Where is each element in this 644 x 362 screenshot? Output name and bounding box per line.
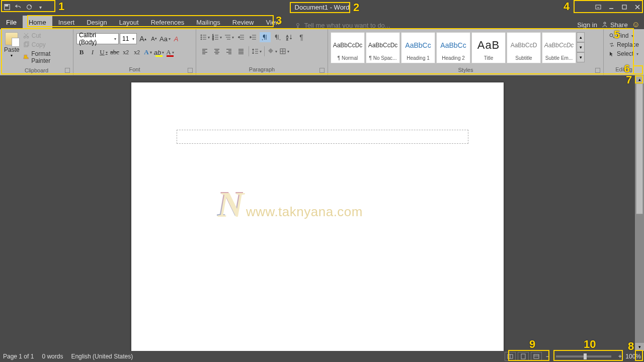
feedback-smile-icon[interactable]: ☺ xyxy=(632,20,640,29)
svg-rect-64 xyxy=(534,354,539,358)
grow-font-icon[interactable]: A▴ xyxy=(138,34,148,44)
style-item[interactable]: AaBbCcHeading 2 xyxy=(436,32,470,63)
paste-button[interactable]: Paste ▾ xyxy=(2,30,22,58)
tab-home[interactable]: Home xyxy=(23,16,52,29)
style-item[interactable]: AaBbCcDcSubtle Em... xyxy=(542,32,576,63)
status-language[interactable]: English (United States) xyxy=(71,353,133,360)
save-icon[interactable] xyxy=(2,2,12,12)
shading-icon[interactable]: ▾ xyxy=(267,46,278,56)
styles-launcher[interactable] xyxy=(595,68,600,73)
strike-button[interactable]: abc xyxy=(110,47,120,57)
clipboard-launcher[interactable] xyxy=(65,68,70,73)
zoom-out-button[interactable]: − xyxy=(544,353,551,360)
maximize-icon[interactable] xyxy=(618,2,631,13)
select-button[interactable]: Select▾ xyxy=(609,50,639,57)
svg-point-59 xyxy=(610,34,613,37)
align-left-icon[interactable] xyxy=(199,46,210,56)
font-size-combo[interactable]: 11▾ xyxy=(120,33,137,44)
tab-view[interactable]: View xyxy=(260,16,286,29)
web-layout-icon[interactable] xyxy=(531,352,542,361)
undo-icon[interactable] xyxy=(13,2,23,12)
styles-scroll: ▴ ▾ ▾ xyxy=(577,32,585,62)
underline-button[interactable]: U▾ xyxy=(99,47,109,57)
highlight-button[interactable]: ab▾ xyxy=(154,47,164,57)
ribbon-tabs: File Home Insert Design Layout Reference… xyxy=(0,14,644,29)
svg-line-60 xyxy=(613,37,614,38)
scroll-up-icon[interactable]: ▴ xyxy=(635,75,644,83)
increase-indent-icon[interactable] xyxy=(248,32,259,42)
scroll-down-icon[interactable]: ▾ xyxy=(635,343,644,351)
clear-format-icon[interactable]: A xyxy=(171,34,181,44)
align-center-icon[interactable] xyxy=(211,46,222,56)
signin-button[interactable]: Sign in xyxy=(577,21,597,29)
zoom-level[interactable]: 100% xyxy=(625,353,641,360)
svg-rect-12 xyxy=(24,43,28,47)
bullets-icon[interactable]: ▾ xyxy=(199,32,210,42)
line-spacing-icon[interactable]: ▾ xyxy=(251,46,262,56)
tab-file[interactable]: File xyxy=(0,16,23,29)
status-words[interactable]: 0 words xyxy=(42,353,63,360)
italic-button[interactable]: I xyxy=(88,47,98,57)
tab-insert[interactable]: Insert xyxy=(52,16,81,29)
subscript-button[interactable]: x2 xyxy=(121,47,131,57)
tell-me-search[interactable]: Tell me what you want to do... xyxy=(295,22,390,29)
borders-icon[interactable]: ▾ xyxy=(279,46,290,56)
copy-button[interactable]: Copy xyxy=(23,41,70,48)
change-case-icon[interactable]: Aa▾ xyxy=(160,34,170,44)
print-layout-icon[interactable] xyxy=(518,352,529,361)
share-button[interactable]: Share xyxy=(601,21,628,29)
tab-references[interactable]: References xyxy=(145,16,190,29)
styles-up-icon[interactable]: ▴ xyxy=(577,32,585,42)
tab-design[interactable]: Design xyxy=(80,16,113,29)
align-right-icon[interactable] xyxy=(223,46,234,56)
tab-mailings[interactable]: Mailings xyxy=(190,16,226,29)
vertical-scrollbar[interactable]: ▴ ▾ xyxy=(635,75,644,351)
show-marks-icon[interactable]: ¶ xyxy=(296,32,307,42)
style-item[interactable]: AaBbCcDc¶ Normal xyxy=(331,32,365,63)
styles-more-icon[interactable]: ▾ xyxy=(577,52,585,62)
text-frame[interactable] xyxy=(177,130,468,144)
page[interactable]: N www.taknyana.com xyxy=(131,82,504,351)
read-mode-icon[interactable] xyxy=(505,352,516,361)
sort-icon[interactable]: AZ xyxy=(284,32,295,42)
tab-layout[interactable]: Layout xyxy=(113,16,145,29)
decrease-indent-icon[interactable] xyxy=(235,32,247,42)
ribbon-display-icon[interactable] xyxy=(592,2,605,13)
redo-icon[interactable] xyxy=(24,2,34,12)
font-launcher[interactable] xyxy=(188,68,193,73)
document-area: N www.taknyana.com xyxy=(0,75,635,351)
close-icon[interactable] xyxy=(631,2,644,13)
rtl-icon[interactable] xyxy=(272,32,283,42)
style-item[interactable]: AaBbCcHeading 1 xyxy=(401,32,435,63)
svg-point-18 xyxy=(201,39,202,40)
shrink-font-icon[interactable]: A▾ xyxy=(149,34,159,44)
tab-review[interactable]: Review xyxy=(226,16,260,29)
zoom-slider[interactable] xyxy=(556,355,611,357)
bold-button[interactable]: B xyxy=(76,47,87,57)
superscript-button[interactable]: x2 xyxy=(132,47,142,57)
group-clipboard: Paste ▾ Cut Copy Format Painter Clipboar… xyxy=(0,29,73,75)
style-item[interactable]: AaBTitle xyxy=(471,32,506,63)
qat-more-icon[interactable]: ▾ xyxy=(35,2,45,12)
style-item[interactable]: AaBbCcDSubtitle xyxy=(507,32,541,63)
style-item[interactable]: AaBbCcDc¶ No Spac... xyxy=(366,32,400,63)
scroll-thumb[interactable] xyxy=(636,83,643,214)
minimize-icon[interactable] xyxy=(605,2,618,13)
styles-down-icon[interactable]: ▾ xyxy=(577,42,585,52)
svg-rect-3 xyxy=(596,5,601,9)
multilevel-icon[interactable]: ▾ xyxy=(223,32,234,42)
justify-icon[interactable] xyxy=(235,46,247,56)
replace-button[interactable]: Replace xyxy=(609,41,639,48)
font-name-combo[interactable]: Calibri (Body)▾ xyxy=(76,33,119,44)
find-button[interactable]: Find▾ xyxy=(609,32,639,39)
font-color-button[interactable]: A▾ xyxy=(165,47,175,57)
paragraph-launcher[interactable] xyxy=(319,68,325,73)
zoom-in-button[interactable]: + xyxy=(616,353,623,360)
text-effects-button[interactable]: A▾ xyxy=(143,47,153,57)
numbering-icon[interactable]: 123▾ xyxy=(211,32,222,42)
format-painter-button[interactable]: Format Painter xyxy=(23,50,70,64)
status-page[interactable]: Page 1 of 1 xyxy=(3,353,34,360)
cut-button[interactable]: Cut xyxy=(23,32,70,39)
group-paragraph: ▾ 123▾ ▾ AZ ¶ ▾ ▾ ▾ Para xyxy=(196,29,328,75)
ltr-icon[interactable] xyxy=(260,32,271,42)
